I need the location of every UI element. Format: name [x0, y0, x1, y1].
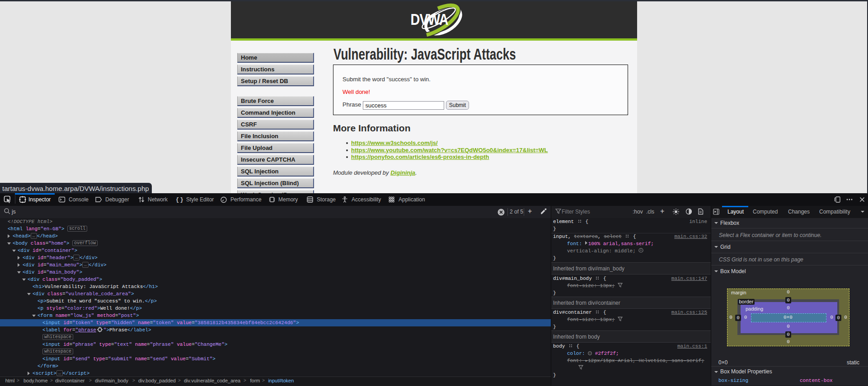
svg-text:{: { [176, 197, 179, 203]
svg-text:}: } [180, 197, 183, 203]
